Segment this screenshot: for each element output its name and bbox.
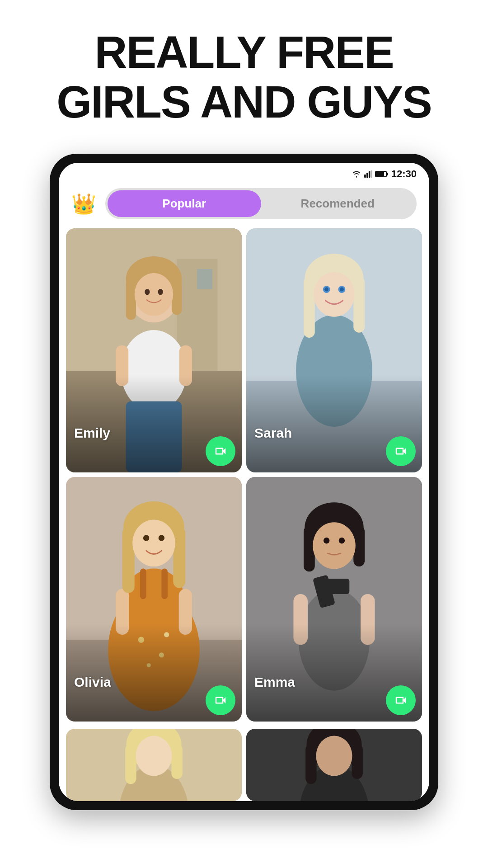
tab-popular[interactable]: Popular [108,190,261,217]
svg-rect-44 [122,527,135,593]
svg-rect-2 [369,171,371,178]
video-call-btn-emma[interactable] [386,685,416,715]
headline-line2: GIRLS AND GUYS [56,76,431,127]
battery-icon [375,171,387,177]
svg-rect-3 [371,170,372,178]
svg-rect-11 [172,279,182,315]
svg-point-46 [132,520,175,567]
svg-point-34 [138,637,145,643]
video-call-btn-sarah[interactable] [386,436,416,466]
svg-rect-56 [361,594,375,645]
profiles-grid: Emily [59,228,429,729]
svg-rect-39 [140,569,146,599]
svg-point-52 [299,589,370,691]
svg-rect-22 [316,330,352,350]
svg-point-12 [135,273,174,316]
bottom-card-right[interactable] [246,729,422,801]
svg-point-60 [313,522,356,569]
crown-icon: 👑 [71,192,96,216]
svg-point-61 [324,538,330,544]
svg-point-17 [145,289,150,295]
profile-card-emily[interactable]: Emily [66,228,242,472]
wifi-icon [352,170,361,178]
svg-rect-45 [173,527,185,588]
profile-name-emily: Emily [74,425,110,441]
svg-rect-25 [353,277,365,333]
phone-mockup: 12:30 👑 Popular Recomended [50,154,438,810]
svg-point-37 [164,632,169,637]
svg-rect-7 [197,269,212,289]
bottom-profiles-row [59,729,429,801]
svg-rect-0 [364,175,366,178]
svg-rect-15 [179,345,192,386]
svg-rect-55 [293,594,308,645]
svg-rect-41 [116,589,129,635]
svg-point-30 [340,288,344,292]
svg-rect-42 [179,589,192,635]
video-call-btn-emily[interactable] [206,436,235,466]
svg-point-18 [158,289,163,295]
svg-point-47 [143,535,150,542]
svg-rect-40 [161,569,168,599]
svg-point-68 [136,736,172,776]
video-icon-emily [214,444,227,458]
profile-card-sarah[interactable]: Sarah [246,228,422,472]
svg-point-35 [159,653,164,658]
svg-point-13 [121,330,187,411]
headline: REALLY FREE GIRLS AND GUYS [38,27,449,127]
svg-rect-72 [305,744,316,784]
video-icon-olivia [214,693,227,707]
svg-rect-14 [116,345,128,386]
tab-recommended[interactable]: Recomended [261,190,415,217]
phone-inner: 12:30 👑 Popular Recomended [59,163,429,801]
video-icon-emma [394,693,408,707]
profile-name-emma: Emma [254,675,295,690]
headline-line1: REALLY FREE [94,27,394,77]
svg-point-26 [314,272,354,317]
svg-rect-10 [126,279,136,320]
svg-point-74 [316,736,352,776]
svg-rect-16 [126,401,182,473]
status-time: 12:30 [391,168,417,180]
svg-rect-67 [171,744,182,779]
video-icon-sarah [394,444,408,458]
tab-container: Popular Recomended [105,188,417,219]
signal-icon [364,170,372,178]
bottom-card-left[interactable] [66,729,242,801]
svg-point-36 [147,663,151,667]
svg-point-29 [324,288,328,292]
profile-card-emma[interactable]: Emma [246,477,422,721]
status-icons: 12:30 [352,168,417,180]
profile-card-olivia[interactable]: Olivia [66,477,242,721]
svg-rect-24 [304,277,315,338]
svg-rect-66 [125,744,136,784]
svg-rect-1 [366,173,368,178]
svg-point-62 [339,538,345,544]
profile-name-olivia: Olivia [74,675,111,690]
svg-rect-73 [352,744,362,779]
svg-point-48 [159,535,165,542]
status-bar: 12:30 [59,163,429,184]
app-header: 👑 Popular Recomended [59,184,429,228]
profile-name-sarah: Sarah [254,425,292,441]
video-call-btn-olivia[interactable] [206,685,235,715]
